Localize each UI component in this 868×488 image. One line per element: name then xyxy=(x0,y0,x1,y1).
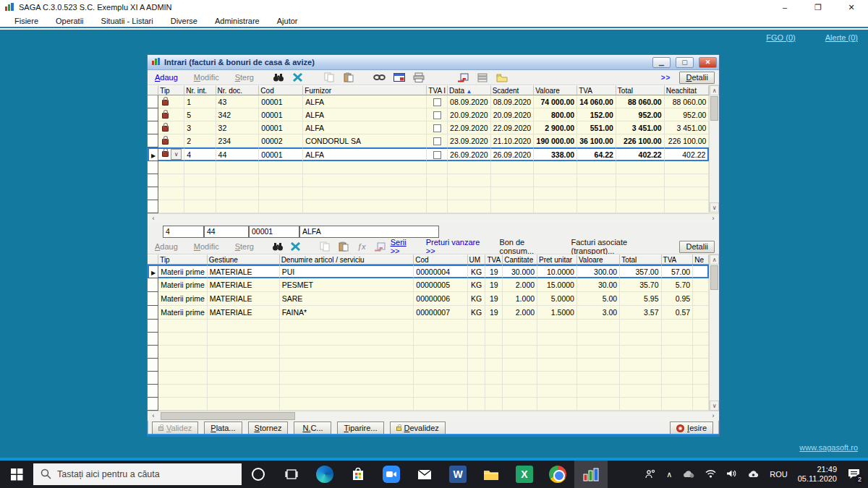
nr-doc-cell[interactable]: 32 xyxy=(216,121,260,134)
tva-proc-cell[interactable]: 19 xyxy=(485,278,503,292)
excel-button[interactable]: X xyxy=(508,461,541,488)
tva-cell[interactable]: 0.57 xyxy=(662,306,694,320)
denumire-cell[interactable]: FAINA* xyxy=(280,306,414,320)
row-selector[interactable] xyxy=(148,134,158,147)
cod-cell[interactable]: 00001 xyxy=(259,108,303,121)
menu-situatii-listari[interactable]: Situatii - Listari xyxy=(93,17,162,25)
furnizor-cell[interactable]: ALFA xyxy=(303,121,427,134)
facturi-grid[interactable]: TipNr. int.Nr. doc.CodFurnizorTVA IData … xyxy=(148,85,709,213)
excel-export-icon[interactable] xyxy=(289,72,306,84)
furnizor-cell[interactable]: ALFA xyxy=(303,108,427,121)
tip-cell[interactable] xyxy=(158,121,184,134)
nr-int-cell[interactable]: 3 xyxy=(184,121,216,134)
row-selector[interactable] xyxy=(148,306,158,320)
validez-button[interactable]: Validez xyxy=(152,421,198,435)
edge-button[interactable] xyxy=(308,461,341,488)
store-button[interactable] xyxy=(341,461,375,488)
nr-doc-cell[interactable]: 342 xyxy=(216,108,260,121)
facturi-vscrollbar[interactable]: ∧ ∨ xyxy=(709,85,719,213)
file-explorer-button[interactable] xyxy=(475,461,508,488)
clock[interactable]: 21:49 05.11.2020 xyxy=(798,465,837,484)
tva-proc-cell[interactable]: 19 xyxy=(485,265,503,278)
arhiva-stack-icon[interactable] xyxy=(474,72,490,84)
valoare-cell[interactable]: 190 000.00 xyxy=(534,134,577,147)
column-header[interactable] xyxy=(148,85,158,95)
close-icon[interactable]: ✕ xyxy=(835,0,868,14)
wifi-icon[interactable] xyxy=(705,469,716,479)
tip-cell[interactable]: Materii prime xyxy=(158,265,208,278)
scroll-up-icon[interactable]: ∧ xyxy=(710,254,719,265)
cod-cell[interactable]: 00001 xyxy=(259,147,303,161)
column-header[interactable]: Neachitat xyxy=(665,85,710,95)
valoare-cell[interactable]: 3.00 xyxy=(577,306,620,320)
row-selector[interactable] xyxy=(148,278,158,292)
menu-diverse[interactable]: Diverse xyxy=(162,17,206,25)
denumire-cell[interactable]: PESMET xyxy=(280,278,414,292)
facturi-hscrollbar[interactable]: ‹ › xyxy=(148,213,719,223)
neachitat-cell[interactable]: 952.00 xyxy=(665,108,710,121)
minimize-icon[interactable]: – xyxy=(768,0,801,14)
nr-int-cell[interactable]: 2 xyxy=(184,134,216,147)
total-cell[interactable]: 88 060.00 xyxy=(616,95,665,108)
tip-dropdown[interactable]: ∨ xyxy=(171,149,182,160)
total-cell[interactable]: 3 451.00 xyxy=(616,121,665,134)
paste-icon[interactable] xyxy=(336,241,351,253)
vscroll-thumb[interactable] xyxy=(710,96,718,121)
column-header[interactable]: Valoare xyxy=(534,85,577,95)
fgo-link[interactable]: FGO (0) xyxy=(766,33,795,42)
furnizor-field[interactable] xyxy=(299,226,439,238)
um-cell[interactable]: KG xyxy=(468,292,486,306)
column-header[interactable]: Tip xyxy=(158,254,208,265)
neachitat-cell[interactable]: 402.22 xyxy=(665,147,710,161)
menu-operatii[interactable]: Operatii xyxy=(47,17,93,25)
factura-row[interactable]: ▶∨44400001ALFA26.09.202026.09.2020338.00… xyxy=(148,147,709,161)
row-selector[interactable]: ▶ xyxy=(148,147,158,161)
tva-cell[interactable]: 36 100.00 xyxy=(577,134,616,147)
tiparire-button[interactable]: Tiparire... xyxy=(337,421,383,435)
factura-row[interactable]: 14300001ALFA08.09.202008.09.202074 000.0… xyxy=(148,95,709,108)
modific-articol-link[interactable]: Modific xyxy=(194,242,219,251)
data-cell[interactable]: 22.09.2020 xyxy=(448,121,491,134)
factura-row[interactable]: 223400002CONDORUL SA23.09.202021.10.2020… xyxy=(148,134,709,147)
fx-icon[interactable]: ƒx xyxy=(354,241,369,253)
copy-icon[interactable] xyxy=(318,241,333,253)
scroll-left-icon[interactable]: ‹ xyxy=(148,411,159,421)
nr-doc-cell[interactable]: 43 xyxy=(216,95,260,108)
cortana-button[interactable] xyxy=(242,461,275,488)
nr-doc-cell[interactable]: 234 xyxy=(216,134,260,147)
valoare-cell[interactable]: 74 000.00 xyxy=(534,95,577,108)
articol-row[interactable]: Materii primeMATERIALEPESMET00000005KG19… xyxy=(148,278,709,292)
row-selector[interactable] xyxy=(148,121,158,134)
column-header[interactable]: Cantitate xyxy=(503,254,537,265)
tip-cell[interactable]: Materii prime xyxy=(158,292,208,306)
people-icon[interactable] xyxy=(644,469,656,480)
neachitat-cell[interactable]: 3 451.00 xyxy=(665,121,710,134)
data-cell[interactable]: 20.09.2020 xyxy=(448,108,491,121)
column-header[interactable]: Cod xyxy=(259,85,303,95)
taskbar-search-input[interactable]: Tastați aici pentru a căuta xyxy=(33,463,242,485)
tva-proc-cell[interactable]: 19 xyxy=(485,292,503,306)
row-selector[interactable] xyxy=(148,292,158,306)
articol-row[interactable]: ▶Materii primeMATERIALEPUI00000004KG1930… xyxy=(148,265,709,278)
tva-cell[interactable]: 57.00 xyxy=(662,265,694,278)
scroll-right-icon[interactable]: › xyxy=(707,214,719,223)
nr-int-cell[interactable]: 5 xyxy=(184,108,216,121)
plata-button[interactable]: Plata... xyxy=(204,421,242,435)
articol-row[interactable]: Materii primeMATERIALESARE00000006KG191.… xyxy=(148,292,709,306)
preturi-vanzare-link[interactable]: Preturi vanzare >> xyxy=(426,238,487,255)
nr-int-field[interactable] xyxy=(163,226,204,238)
mail-button[interactable] xyxy=(408,461,441,488)
cod-cell[interactable]: 00000005 xyxy=(414,278,467,292)
copy-icon[interactable] xyxy=(320,72,337,84)
furnizor-cell[interactable]: ALFA xyxy=(303,95,427,108)
ne-cell[interactable] xyxy=(693,306,709,320)
data-cell[interactable]: 08.09.2020 xyxy=(448,95,491,108)
tva-incasare-checkbox[interactable] xyxy=(433,111,441,119)
serii-link[interactable]: Serii >> xyxy=(391,238,416,255)
bon-de-consum-button[interactable]: Bon de consum... xyxy=(499,238,556,255)
cod-cell[interactable]: 00000007 xyxy=(414,306,467,320)
tva-cell[interactable]: 551.00 xyxy=(577,121,616,134)
excel-export-icon[interactable] xyxy=(288,241,303,253)
folder-icon[interactable] xyxy=(493,72,510,84)
menu-fisiere[interactable]: Fisiere xyxy=(6,17,47,25)
